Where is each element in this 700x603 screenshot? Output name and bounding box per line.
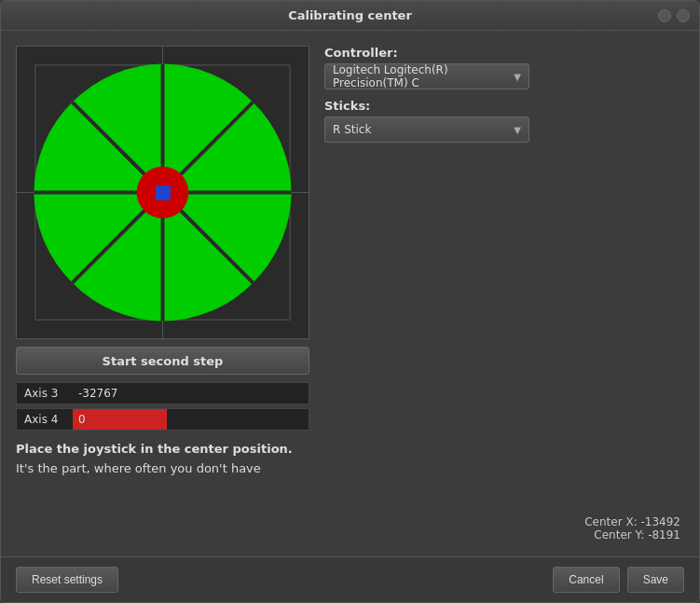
joystick-svg [17,47,309,338]
main-window: Calibrating center [0,0,700,603]
center-y-label: Center Y: -8191 [324,528,680,541]
controller-dropdown-arrow: ▼ [514,72,521,82]
axis4-label: Axis 4 [17,413,73,426]
cancel-button[interactable]: Cancel [553,567,619,593]
sticks-dropdown[interactable]: R Stick ▼ [324,116,529,143]
axis4-row: Axis 4 0 [16,408,309,431]
window-title: Calibrating center [288,8,412,22]
start-second-step-button[interactable]: Start second step [16,347,309,375]
axis4-bar [73,409,167,430]
axis3-value: -32767 [73,387,118,400]
instruction-line2: It's the part, where often you don't hav… [16,461,309,475]
save-button[interactable]: Save [627,567,684,593]
reset-settings-button[interactable]: Reset settings [16,567,118,593]
joystick-canvas [16,46,309,339]
axis4-bar-container: 0 [73,409,309,430]
controller-label: Controller: [324,46,684,60]
axis4-value: 0 [73,413,86,426]
svg-rect-13 [156,185,171,200]
instruction-line1: Place the joystick in the center positio… [16,442,309,456]
controller-field-group: Controller: Logitech Logitech(R) Precisi… [324,46,684,89]
center-info: Center X: -13492 Center Y: -8191 [324,515,684,541]
titlebar-close-button[interactable] [677,9,690,22]
footer-right: Cancel Save [553,567,684,593]
sticks-field-group: Sticks: R Stick ▼ [324,99,684,143]
sticks-dropdown-value: R Stick [333,123,371,136]
controller-dropdown[interactable]: Logitech Logitech(R) Precision(TM) C ▼ [324,63,529,89]
center-x-label: Center X: -13492 [324,515,680,528]
footer-left: Reset settings [16,567,118,593]
axis3-bar-container: -32767 [73,383,309,404]
content-area: Start second step Axis 3 -32767 Axis 4 0 [1,31,699,556]
left-panel: Start second step Axis 3 -32767 Axis 4 0 [16,46,309,541]
axis3-row: Axis 3 -32767 [16,382,309,404]
axis3-label: Axis 3 [17,387,73,400]
right-panel: Controller: Logitech Logitech(R) Precisi… [324,46,684,541]
axis-rows: Axis 3 -32767 Axis 4 0 [16,382,309,431]
sticks-label: Sticks: [324,99,684,113]
instructions: Place the joystick in the center positio… [16,442,309,481]
footer: Reset settings Cancel Save [1,556,699,602]
controller-dropdown-value: Logitech Logitech(R) Precision(TM) C [333,63,514,89]
titlebar-buttons [658,9,690,22]
sticks-dropdown-arrow: ▼ [514,125,521,135]
titlebar-minimize-button[interactable] [658,9,671,22]
titlebar: Calibrating center [1,1,699,31]
